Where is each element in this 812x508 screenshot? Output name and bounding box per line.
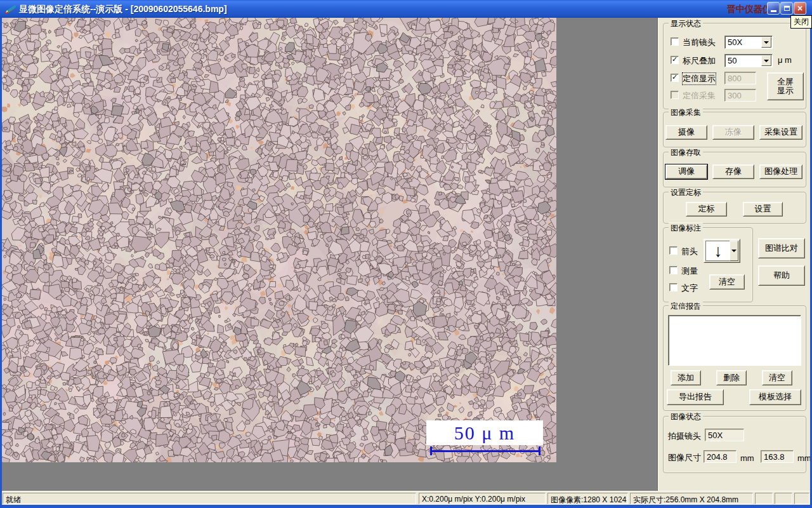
status-ready: 就绪	[3, 493, 416, 504]
ruler-unit-label: μ m	[778, 55, 792, 65]
status-empty-1	[755, 493, 773, 504]
image-process-button[interactable]: 图像处理	[759, 164, 802, 179]
fullscreen-button[interactable]: 全屏显示	[767, 72, 804, 100]
status-pixels: 图像像素:1280 X 1024	[547, 493, 628, 504]
group-capture-legend: 图像采集	[669, 107, 703, 118]
annotation-clear-button[interactable]: 清空	[709, 274, 745, 290]
report-listbox[interactable]	[668, 315, 801, 366]
capture-settings-button[interactable]: 采集设置	[759, 125, 802, 140]
ruler-overlay-label: 标尺叠加	[683, 55, 716, 67]
status-bar: 就绪 X:0.200μ m/pix Y:0.200μ m/pix 图像像素:12…	[2, 491, 810, 505]
group-calibration-legend: 设置定标	[669, 187, 703, 198]
current-lens-combo-button[interactable]	[761, 37, 771, 48]
current-lens-label: 当前镜头	[683, 37, 716, 48]
chevron-down-icon	[764, 60, 769, 62]
fixed-capture-label: 定倍采集	[683, 90, 716, 102]
group-display-status-legend: 显示状态	[669, 18, 703, 29]
template-select-button[interactable]: 模板选择	[749, 389, 801, 405]
arrow-style-combo[interactable]: ↓	[704, 239, 740, 263]
micrograph-image	[2, 18, 556, 462]
image-width-field: 204.8	[704, 450, 737, 463]
status-empty-2	[775, 493, 792, 504]
restore-button[interactable]	[780, 2, 793, 15]
export-report-button[interactable]: 导出报告	[667, 389, 724, 405]
scale-overlay-text: 50 μ m	[454, 422, 515, 444]
scale-overlay-box: 50 μ m	[426, 420, 543, 445]
image-width-unit: mm	[740, 453, 754, 463]
image-height-unit: mm	[797, 453, 811, 463]
chevron-down-icon	[764, 41, 769, 44]
group-annotation-legend: 图像标注	[669, 223, 703, 234]
current-lens-value: 50X	[728, 37, 742, 47]
ruler-overlay-checkbox[interactable]	[671, 56, 679, 64]
ruler-value-combo[interactable]: 50	[724, 54, 773, 67]
fixed-display-checkbox[interactable]	[671, 74, 679, 82]
ruler-value: 50	[728, 56, 737, 65]
fixed-capture-field: 300	[724, 89, 756, 102]
report-delete-button[interactable]: 删除	[716, 370, 747, 385]
shoot-button[interactable]: 摄像	[665, 125, 707, 140]
group-image-status-legend: 图像状态	[669, 411, 703, 422]
save-image-button[interactable]: 存像	[712, 164, 754, 179]
group-image-status: 图像状态	[663, 416, 806, 473]
measure-label: 测量	[681, 265, 698, 277]
arrow-checkbox[interactable]	[669, 246, 678, 255]
freeze-button: 冻像	[712, 125, 754, 140]
chevron-down-icon	[731, 250, 737, 252]
window-border-left	[0, 18, 2, 508]
arrow-symbol: ↓	[714, 243, 723, 260]
scale-overlay-line	[432, 450, 539, 452]
ruler-combo-button[interactable]	[761, 55, 771, 66]
arrow-style-preview: ↓	[705, 241, 731, 261]
status-actual-size: 实际尺寸:256.0mm X 204.8mm	[630, 493, 753, 504]
capture-lens-label: 拍摄镜头	[668, 431, 701, 442]
load-image-button[interactable]: 调像	[665, 164, 707, 179]
fixed-capture-checkbox	[671, 91, 679, 99]
control-panel: 显示状态 当前镜头 50X 标尺叠加 50 μ m 定倍显示 800 定倍采集 …	[657, 18, 810, 491]
close-tooltip: 关闭	[790, 15, 812, 29]
current-lens-combo[interactable]: 50X	[724, 36, 773, 49]
calib-settings-button[interactable]: 设置	[743, 202, 783, 217]
text-label: 文字	[681, 283, 698, 294]
close-icon: ×	[797, 3, 802, 14]
close-button[interactable]: ×	[794, 2, 806, 15]
arrow-label: 箭头	[681, 246, 698, 257]
report-clear-button[interactable]: 清空	[762, 370, 792, 385]
text-checkbox[interactable]	[669, 283, 678, 291]
title-bar: 显微图像定倍系统--演示版 - [20090602055646.bmp] 晋中仪…	[0, 0, 812, 18]
minimize-button[interactable]	[767, 2, 780, 15]
app-icon	[4, 3, 16, 15]
help-button[interactable]: 帮助	[758, 265, 805, 286]
arrow-style-dropdown-button[interactable]	[730, 241, 738, 261]
status-empty-3	[794, 493, 809, 504]
capture-lens-field: 50X	[705, 429, 744, 441]
group-calibration: 设置定标	[663, 192, 806, 224]
measure-checkbox[interactable]	[669, 266, 678, 274]
window-border-bottom	[0, 505, 812, 508]
image-height-field: 163.8	[761, 450, 794, 463]
client-area: 50 μ m	[2, 18, 657, 491]
fixed-display-field: 800	[724, 72, 756, 84]
minimize-icon	[771, 10, 776, 12]
status-resolution: X:0.200μ m/pix Y:0.200μ m/pix	[419, 493, 546, 504]
scale-overlay-bar	[430, 446, 540, 455]
window-title: 显微图像定倍系统--演示版 - [20090602055646.bmp]	[19, 0, 227, 18]
current-lens-checkbox[interactable]	[671, 37, 679, 46]
fixed-display-label: 定倍显示	[683, 73, 716, 84]
image-size-label: 图像尺寸	[668, 452, 701, 464]
restore-icon	[784, 6, 790, 11]
calibrate-button[interactable]: 定标	[686, 202, 727, 217]
group-storage-legend: 图像存取	[669, 147, 703, 158]
atlas-compare-button[interactable]: 图谱比对	[758, 238, 805, 258]
group-report-legend: 定倍报告	[669, 301, 703, 312]
report-add-button[interactable]: 添加	[671, 370, 701, 385]
